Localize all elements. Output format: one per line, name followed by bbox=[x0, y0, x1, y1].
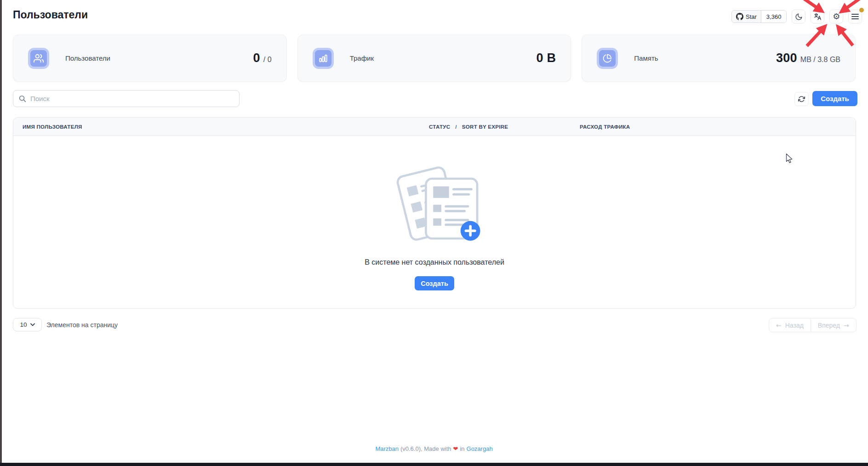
github-star-label: Star bbox=[746, 13, 757, 20]
stat-card-traffic: Трафик 0 B bbox=[297, 34, 571, 82]
column-header-separator: / bbox=[455, 124, 457, 130]
column-header-sort-by-expire[interactable]: SORT BY EXPIRE bbox=[462, 124, 508, 130]
github-star-count[interactable]: 3,360 bbox=[761, 11, 787, 23]
translate-icon bbox=[813, 12, 822, 21]
arrow-right-icon: → bbox=[844, 322, 849, 329]
search-icon bbox=[19, 95, 26, 102]
table-empty-state: В системе нет созданных пользователей Со… bbox=[13, 136, 856, 309]
column-header-username[interactable]: ИМЯ ПОЛЬЗОВАТЕЛЯ bbox=[13, 124, 429, 130]
gozargah-link[interactable]: Gozargah bbox=[467, 445, 493, 452]
empty-state-create-button[interactable]: Создать bbox=[415, 276, 454, 290]
next-page-label: Вперед bbox=[818, 322, 840, 329]
stat-value: 0 B bbox=[536, 51, 556, 65]
search-input[interactable] bbox=[30, 95, 234, 102]
stat-value-number: 0 B bbox=[536, 51, 556, 65]
pie-chart-icon bbox=[597, 48, 618, 69]
heart-icon: ❤ bbox=[453, 445, 458, 452]
previous-page-button[interactable]: ← Назад bbox=[769, 318, 811, 332]
moon-icon bbox=[795, 13, 803, 21]
column-header-status-group: СТАТУС / SORT BY EXPIRE bbox=[429, 124, 580, 130]
empty-state-message: В системе нет созданных пользователей bbox=[365, 258, 504, 267]
language-button[interactable] bbox=[811, 10, 824, 23]
github-star-button[interactable]: Star bbox=[732, 11, 761, 23]
stat-value: 300 MB / 3.8 GB bbox=[776, 51, 840, 65]
gear-icon: ⚙ bbox=[833, 12, 840, 21]
notification-dot bbox=[859, 8, 864, 12]
refresh-button[interactable] bbox=[794, 92, 809, 106]
stat-label: Пользователи bbox=[65, 54, 110, 62]
footer-in-text: in bbox=[460, 445, 464, 452]
menu-button[interactable] bbox=[848, 10, 862, 23]
users-table: ИМЯ ПОЛЬЗОВАТЕЛЯ СТАТУС / SORT BY EXPIRE… bbox=[13, 117, 856, 309]
stat-label: Память bbox=[634, 54, 658, 62]
settings-button[interactable]: ⚙ bbox=[829, 10, 843, 23]
chevron-down-icon bbox=[30, 323, 35, 326]
refresh-icon bbox=[798, 96, 805, 102]
stat-value-suffix: MB / 3.8 GB bbox=[800, 56, 840, 64]
footer: Marzban (v0.6.0), Made with ❤ in Gozarga… bbox=[0, 445, 868, 452]
stat-value: 0 / 0 bbox=[253, 51, 272, 65]
window-bottom-border bbox=[0, 463, 868, 466]
stat-value-number: 300 bbox=[776, 51, 797, 65]
create-user-button[interactable]: Создать bbox=[812, 91, 857, 106]
dark-mode-button[interactable] bbox=[792, 10, 805, 23]
table-header-row: ИМЯ ПОЛЬЗОВАТЕЛЯ СТАТУС / SORT BY EXPIRE… bbox=[13, 118, 856, 136]
search-box bbox=[13, 90, 240, 107]
stat-value-number: 0 bbox=[253, 51, 260, 65]
plus-circle-icon bbox=[461, 221, 480, 241]
previous-page-label: Назад bbox=[785, 322, 804, 329]
pagination-buttons: ← Назад Вперед → bbox=[769, 318, 857, 332]
stat-value-suffix: / 0 bbox=[263, 56, 272, 64]
header-controls: Star 3,360 ⚙ bbox=[731, 10, 862, 23]
page-title: Пользователи bbox=[13, 9, 88, 21]
github-star-widget: Star 3,360 bbox=[731, 10, 787, 23]
window-left-border bbox=[0, 0, 2, 466]
column-header-traffic-usage[interactable]: РАСХОД ТРАФИКА bbox=[580, 124, 856, 130]
stats-row: Пользователи 0 / 0 Трафик 0 B Память 300… bbox=[13, 34, 856, 82]
hamburger-icon bbox=[851, 13, 859, 20]
marzban-link[interactable]: Marzban bbox=[375, 445, 399, 452]
per-page-label: Элементов на страницу bbox=[46, 321, 118, 329]
per-page-value: 10 bbox=[20, 321, 27, 328]
documents-illustration bbox=[387, 159, 482, 246]
stat-card-memory: Память 300 MB / 3.8 GB bbox=[582, 34, 856, 82]
per-page-select[interactable]: 10 bbox=[13, 318, 42, 331]
next-page-button[interactable]: Вперед → bbox=[811, 318, 856, 332]
users-icon bbox=[28, 48, 49, 69]
column-header-status[interactable]: СТАТУС bbox=[429, 124, 450, 130]
bar-chart-icon bbox=[313, 48, 334, 69]
stat-label: Трафик bbox=[350, 54, 374, 62]
github-icon bbox=[736, 13, 743, 20]
footer-version-text: (v0.6.0), Made with bbox=[400, 445, 451, 452]
arrow-left-icon: ← bbox=[776, 322, 782, 329]
stat-card-users: Пользователи 0 / 0 bbox=[13, 34, 287, 82]
